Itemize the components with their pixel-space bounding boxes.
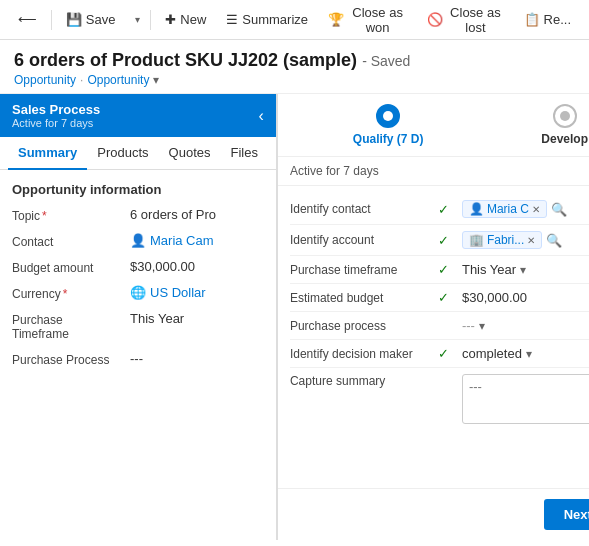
- form-row-budget: Budget amount $30,000.00: [12, 259, 264, 275]
- flyout-row-identify-contact: Identify contact ✓ 👤 Maria C ✕ 🔍: [290, 194, 589, 225]
- topic-value[interactable]: 6 orders of Pro: [130, 207, 264, 222]
- flyout-footer: Next Stage: [278, 488, 589, 540]
- summarize-button[interactable]: ☰ Summarize: [218, 8, 316, 31]
- purchase-process-label: Purchase Process: [12, 351, 122, 367]
- step-develop: Develop: [541, 104, 588, 146]
- tab-quotes[interactable]: Quotes: [159, 137, 221, 170]
- flyout-header: Active for 7 days ⤢ ✕: [278, 157, 589, 186]
- identify-account-value: 🏢 Fabri... ✕ 🔍: [462, 231, 589, 249]
- budget-value[interactable]: $30,000.00: [130, 259, 264, 274]
- more-icon: 📋: [524, 12, 540, 27]
- record-title: 6 orders of Product SKU JJ202 (sample) -…: [14, 50, 575, 71]
- flyout-row-identify-account: Identify account ✓ 🏢 Fabri... ✕ 🔍: [290, 225, 589, 256]
- purchase-timeframe-chevron-icon[interactable]: ▾: [520, 263, 526, 277]
- identify-account-search-icon[interactable]: 🔍: [546, 233, 562, 248]
- flyout-row-estimated-budget: Estimated budget ✓ $30,000.00: [290, 284, 589, 312]
- sales-process-bar: Sales Process Active for 7 days ‹: [0, 94, 276, 137]
- check-icon-identify-account: ✓: [438, 233, 454, 248]
- globe-icon: 🌐: [130, 285, 146, 300]
- identify-contact-value: 👤 Maria C ✕ 🔍: [462, 200, 589, 218]
- budget-label: Budget amount: [12, 259, 122, 275]
- form-area: Opportunity information Topic* 6 orders …: [0, 170, 276, 540]
- step-qualify: Qualify (7 D): [353, 104, 424, 146]
- decision-maker-chevron-icon[interactable]: ▾: [526, 347, 532, 361]
- more-button[interactable]: 📋 Re...: [516, 8, 579, 31]
- flyout-body: Identify contact ✓ 👤 Maria C ✕ 🔍 Identif…: [278, 186, 589, 488]
- step-develop-label[interactable]: Develop: [541, 132, 588, 146]
- chevron-down-icon: ▾: [135, 14, 140, 25]
- sales-process-collapse-button[interactable]: ‹: [259, 107, 264, 125]
- purchase-process-value[interactable]: ---: [130, 351, 264, 366]
- check-icon-decision-maker: ✓: [438, 346, 454, 361]
- main-layout: Sales Process Active for 7 days ‹ Summar…: [0, 94, 589, 540]
- purchase-process-chevron-icon[interactable]: ▾: [479, 319, 485, 333]
- purchase-timeframe-value[interactable]: This Year: [130, 311, 264, 326]
- step-qualify-label[interactable]: Qualify (7 D): [353, 132, 424, 146]
- title-area: 6 orders of Product SKU JJ202 (sample) -…: [0, 40, 589, 94]
- breadcrumb-chevron-icon[interactable]: ▾: [153, 73, 159, 87]
- identify-contact-search-icon[interactable]: 🔍: [551, 202, 567, 217]
- identify-contact-remove-icon[interactable]: ✕: [532, 204, 540, 215]
- capture-summary-textarea[interactable]: [462, 374, 589, 424]
- tabs: Summary Products Quotes Files: [0, 137, 276, 170]
- back-button[interactable]: ⟵: [10, 8, 45, 31]
- contact-tag-icon: 👤: [469, 202, 484, 216]
- save-button[interactable]: 💾 Save: [58, 8, 124, 31]
- topic-label: Topic*: [12, 207, 122, 223]
- check-icon-identify-contact: ✓: [438, 202, 454, 217]
- flyout-row-purchase-timeframe: Purchase timeframe ✓ This Year ▾: [290, 256, 589, 284]
- toolbar: ⟵ 💾 Save ▾ ✚ New ☰ Summarize 🏆 Close as …: [0, 0, 589, 40]
- toolbar-divider-2: [150, 10, 151, 30]
- identify-account-remove-icon[interactable]: ✕: [527, 235, 535, 246]
- step-develop-circle: [553, 104, 577, 128]
- close-as-lost-button[interactable]: 🚫 Close as lost: [419, 1, 511, 39]
- flyout-row-decision-maker: Identify decision maker ✓ completed ▾: [290, 340, 589, 368]
- account-tag-icon: 🏢: [469, 233, 484, 247]
- close-lost-icon: 🚫: [427, 12, 443, 27]
- form-row-contact: Contact 👤 Maria Cam: [12, 233, 264, 249]
- flyout-row-capture-summary: Capture summary ✓: [290, 368, 589, 430]
- step-qualify-circle: [376, 104, 400, 128]
- save-icon: 💾: [66, 12, 82, 27]
- summarize-icon: ☰: [226, 12, 238, 27]
- contact-value[interactable]: 👤 Maria Cam: [130, 233, 264, 248]
- chevron-left-icon: ‹: [259, 107, 264, 124]
- currency-label: Currency*: [12, 285, 122, 301]
- purchase-timeframe-flyout-value[interactable]: This Year ▾: [462, 262, 589, 277]
- pipeline-steps: Qualify (7 D) Develop: [278, 94, 589, 157]
- identify-contact-tag[interactable]: 👤 Maria C ✕: [462, 200, 547, 218]
- breadcrumb: Opportunity · Opportunity ▾: [14, 73, 575, 87]
- plus-icon: ✚: [165, 12, 176, 27]
- sales-process-sublabel: Active for 7 days: [12, 117, 100, 129]
- back-icon: ⟵: [18, 12, 37, 27]
- form-row-purchase-process: Purchase Process ---: [12, 351, 264, 367]
- tab-files[interactable]: Files: [220, 137, 267, 170]
- save-dropdown-button[interactable]: ▾: [127, 10, 144, 29]
- purchase-timeframe-label: Purchase Timeframe: [12, 311, 122, 341]
- check-icon-purchase-timeframe: ✓: [438, 262, 454, 277]
- tab-summary[interactable]: Summary: [8, 137, 87, 170]
- left-panel: Sales Process Active for 7 days ‹ Summar…: [0, 94, 277, 540]
- contact-label: Contact: [12, 233, 122, 249]
- form-row-topic: Topic* 6 orders of Pro: [12, 207, 264, 223]
- right-panel: Qualify (7 D) Develop Active for 7 days …: [277, 94, 589, 540]
- currency-value[interactable]: 🌐 US Dollar: [130, 285, 264, 300]
- next-stage-button[interactable]: Next Stage: [544, 499, 589, 530]
- person-icon: 👤: [130, 233, 146, 248]
- flyout-duration: Active for 7 days: [290, 164, 379, 178]
- purchase-process-flyout-value[interactable]: --- ▾: [462, 318, 589, 333]
- form-row-currency: Currency* 🌐 US Dollar: [12, 285, 264, 301]
- sales-process-label: Sales Process: [12, 102, 100, 117]
- estimated-budget-flyout-value[interactable]: $30,000.00: [462, 290, 589, 305]
- toolbar-divider-1: [51, 10, 52, 30]
- check-icon-estimated-budget: ✓: [438, 290, 454, 305]
- form-row-purchase-timeframe: Purchase Timeframe This Year: [12, 311, 264, 341]
- section-title: Opportunity information: [12, 182, 264, 197]
- close-won-icon: 🏆: [328, 12, 344, 27]
- new-button[interactable]: ✚ New: [157, 8, 214, 31]
- tab-products[interactable]: Products: [87, 137, 158, 170]
- close-as-won-button[interactable]: 🏆 Close as won: [320, 1, 415, 39]
- flyout-row-purchase-process: Purchase process ✓ --- ▾: [290, 312, 589, 340]
- decision-maker-flyout-value[interactable]: completed ▾: [462, 346, 589, 361]
- identify-account-tag[interactable]: 🏢 Fabri... ✕: [462, 231, 542, 249]
